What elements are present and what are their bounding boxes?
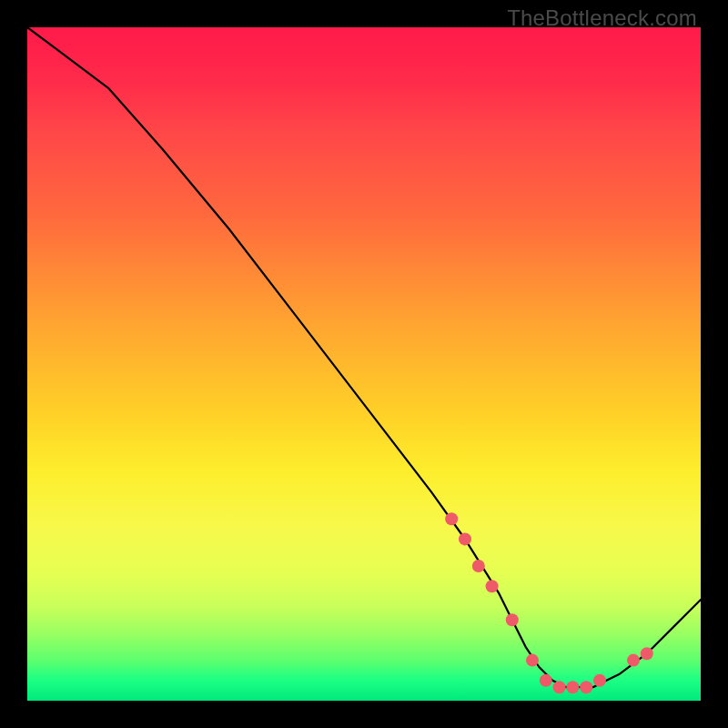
curve-marker [593, 674, 606, 687]
curve-marker [472, 560, 485, 572]
curve-marker [526, 654, 539, 667]
curve-marker [445, 512, 458, 525]
curve-marker [627, 654, 640, 667]
curve-marker [566, 681, 579, 693]
curve-marker [506, 613, 519, 626]
curve-marker [540, 674, 552, 687]
curve-marker [459, 532, 471, 545]
plot-area [27, 27, 701, 701]
chart-frame: TheBottleneck.com [0, 0, 728, 728]
curve-marker [641, 647, 653, 660]
curve-marker [580, 681, 592, 693]
marker-group [445, 512, 653, 693]
curve-svg [27, 27, 701, 701]
curve-marker [486, 580, 499, 592]
bottleneck-curve [27, 27, 701, 687]
curve-marker [553, 681, 566, 693]
